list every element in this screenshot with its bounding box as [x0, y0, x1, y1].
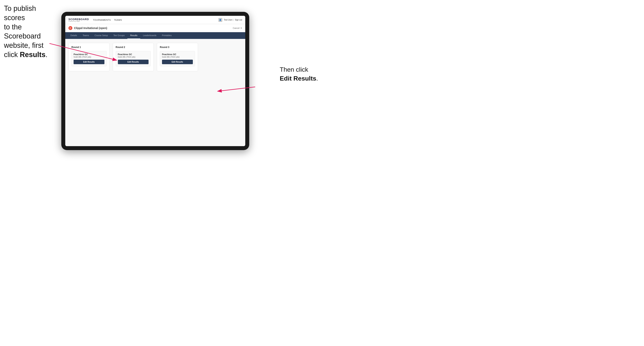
round-1-course-card: Peachtree GC Gold (M) (7010 yds) Edit Re…: [72, 51, 106, 66]
instruction-right: Then clickEdit Results.: [280, 65, 318, 83]
tab-details[interactable]: Details: [68, 32, 80, 39]
nav-tournaments[interactable]: TOURNAMENTS: [93, 19, 111, 21]
tab-results[interactable]: Results: [128, 32, 140, 39]
round-2-edit-results-button[interactable]: Edit Results: [118, 60, 149, 64]
edit-results-bold: Edit Results: [280, 75, 316, 82]
nav-teams[interactable]: TEAMS: [114, 19, 122, 21]
rounds-grid: Round 1 Peachtree GC Gold (M) (7010 yds)…: [68, 43, 242, 71]
round-1-edit-results-button[interactable]: Edit Results: [74, 60, 104, 64]
round-3-edit-results-button[interactable]: Edit Results: [162, 60, 193, 64]
round-3-title: Round 3: [160, 46, 195, 49]
round-1-course-name: Peachtree GC: [74, 53, 104, 55]
nav-right: 👤 Test User | Sign out: [218, 18, 242, 22]
logo-area: SCOREBOARD Powered by clippd: [68, 18, 89, 22]
tournament-title: Clippd Invitational (open): [74, 26, 107, 30]
empty-column: [201, 43, 242, 71]
instruction-right-text: Then clickEdit Results.: [280, 66, 318, 82]
tournament-icon: C: [68, 26, 72, 30]
instruction-left-text: To publish scoresto the Scoreboardwebsit…: [4, 4, 48, 59]
logo: SCOREBOARD: [68, 18, 89, 20]
round-2-course-details: Gold (M) (7010 yds): [118, 56, 149, 58]
round-2-card: Round 2 Peachtree GC Gold (M) (7010 yds)…: [113, 43, 154, 71]
period-right: .: [316, 75, 318, 82]
tab-printables[interactable]: Printables: [159, 32, 174, 39]
round-2-title: Round 2: [116, 46, 151, 49]
top-nav: SCOREBOARD Powered by clippd TOURNAMENTS…: [65, 16, 245, 24]
round-2-course-name: Peachtree GC: [118, 53, 149, 55]
round-3-course-card: Peachtree GC Gold (M) (7010 yds) Edit Re…: [160, 51, 195, 66]
logo-sub: Powered by clippd: [68, 20, 89, 22]
tournament-name-area: C Clippd Invitational (open): [68, 26, 107, 30]
user-text: Test User |: [224, 19, 234, 21]
round-3-card: Round 3 Peachtree GC Gold (M) (7010 yds)…: [157, 43, 198, 71]
round-1-title: Round 1: [72, 46, 106, 49]
close-icon: ✕: [240, 27, 242, 29]
sign-out-link[interactable]: Sign out: [235, 19, 242, 21]
nav-links: TOURNAMENTS TEAMS: [93, 19, 214, 21]
round-1-course-details: Gold (M) (7010 yds): [74, 56, 104, 58]
cancel-button[interactable]: Cancel ✕: [233, 27, 242, 29]
tablet-screen: SCOREBOARD Powered by clippd TOURNAMENTS…: [65, 16, 245, 146]
tab-bar: Details Teams Course Setup Tee Groups Re…: [65, 32, 245, 39]
main-content: Round 1 Peachtree GC Gold (M) (7010 yds)…: [65, 39, 245, 146]
cancel-label: Cancel: [233, 27, 240, 29]
tab-leaderboards[interactable]: Leaderboards: [140, 32, 159, 39]
tab-teams[interactable]: Teams: [80, 32, 92, 39]
round-3-course-details: Gold (M) (7010 yds): [162, 56, 193, 58]
results-bold: Results: [20, 51, 46, 59]
round-3-course-name: Peachtree GC: [162, 53, 193, 55]
period: .: [46, 51, 48, 59]
round-1-card: Round 1 Peachtree GC Gold (M) (7010 yds)…: [68, 43, 110, 71]
tablet-frame: SCOREBOARD Powered by clippd TOURNAMENTS…: [61, 12, 249, 150]
tab-course-setup[interactable]: Course Setup: [92, 32, 110, 39]
tournament-header: C Clippd Invitational (open) Cancel ✕: [65, 24, 245, 32]
instruction-left: To publish scoresto the Scoreboardwebsit…: [4, 4, 56, 59]
round-2-course-card: Peachtree GC Gold (M) (7010 yds) Edit Re…: [116, 51, 151, 66]
user-icon: 👤: [218, 18, 222, 22]
tab-tee-groups[interactable]: Tee Groups: [110, 32, 128, 39]
